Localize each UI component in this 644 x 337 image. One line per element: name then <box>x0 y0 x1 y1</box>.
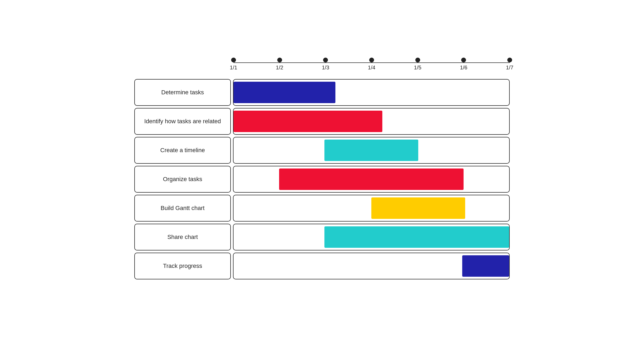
timeline-dot <box>507 58 512 62</box>
timeline-date-label: 1/2 <box>276 65 283 71</box>
timeline-date-label: 1/6 <box>460 65 467 71</box>
task-label-determine-tasks: Determine tasks <box>134 79 231 106</box>
task-label-create-timeline: Create a timeline <box>134 137 231 164</box>
timeline-date-label: 1/1 <box>230 65 237 71</box>
gantt-row: Organize tasks <box>134 166 510 193</box>
gantt-bar-container-create-timeline <box>233 137 510 164</box>
gantt-bar-share-chart <box>324 226 509 248</box>
task-label-track-progress: Track progress <box>134 253 231 279</box>
timeline-tick: 1/1 <box>230 58 237 71</box>
timeline-header: 1/11/21/31/41/51/61/7 <box>234 58 510 74</box>
timeline-tick: 1/7 <box>506 58 513 71</box>
gantt-bar-container-identify-tasks <box>233 108 510 135</box>
timeline-dot <box>415 58 420 62</box>
gantt-row: Build Gantt chart <box>134 195 510 222</box>
timeline-dot <box>277 58 282 62</box>
timeline-tick: 1/5 <box>414 58 421 71</box>
chart-container: 1/11/21/31/41/51/61/7 Determine tasksIde… <box>134 58 510 279</box>
gantt-row: Identify how tasks are related <box>134 108 510 135</box>
timeline-date-label: 1/4 <box>368 65 375 71</box>
timeline-dot <box>231 58 236 62</box>
task-label-organize-tasks: Organize tasks <box>134 166 231 193</box>
timeline-tick: 1/2 <box>276 58 283 71</box>
gantt-bar-container-organize-tasks <box>233 166 510 193</box>
gantt-bar-organize-tasks <box>279 168 464 190</box>
timeline-tick: 1/4 <box>368 58 375 71</box>
gantt-bar-build-gantt <box>371 197 465 219</box>
gantt-bar-track-progress <box>462 255 509 277</box>
gantt-bar-identify-tasks <box>234 111 382 132</box>
timeline-dot <box>323 58 328 62</box>
gantt-bar-container-build-gantt <box>233 195 510 222</box>
gantt-bar-container-determine-tasks <box>233 79 510 106</box>
timeline-date-label: 1/7 <box>506 65 513 71</box>
gantt-bar-create-timeline <box>324 140 418 161</box>
timeline-date-label: 1/3 <box>322 65 329 71</box>
timeline-dot <box>369 58 374 62</box>
timeline-tick: 1/6 <box>460 58 467 71</box>
task-label-build-gantt: Build Gantt chart <box>134 195 231 222</box>
gantt-bar-determine-tasks <box>234 82 335 103</box>
gantt-row: Track progress <box>134 253 510 279</box>
timeline-tick: 1/3 <box>322 58 329 71</box>
task-label-share-chart: Share chart <box>134 224 231 250</box>
timeline-axis: 1/11/21/31/41/51/61/7 <box>234 58 510 74</box>
gantt-row: Create a timeline <box>134 137 510 164</box>
timeline-date-label: 1/5 <box>414 65 421 71</box>
gantt-row: Determine tasks <box>134 79 510 106</box>
gantt-row: Share chart <box>134 224 510 250</box>
gantt-rows: Determine tasksIdentify how tasks are re… <box>134 79 510 279</box>
gantt-bar-container-track-progress <box>233 253 510 279</box>
task-label-identify-tasks: Identify how tasks are related <box>134 108 231 135</box>
gantt-bar-container-share-chart <box>233 224 510 250</box>
timeline-dot <box>461 58 466 62</box>
